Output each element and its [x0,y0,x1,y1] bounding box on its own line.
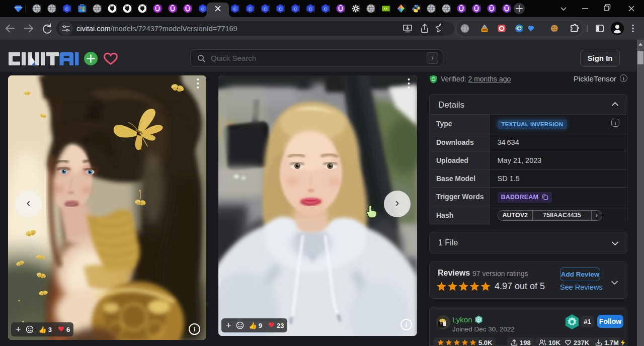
svg-text:civitai.com/models/72437?model: civitai.com/models/72437?modelVersionId=… [76,25,237,33]
